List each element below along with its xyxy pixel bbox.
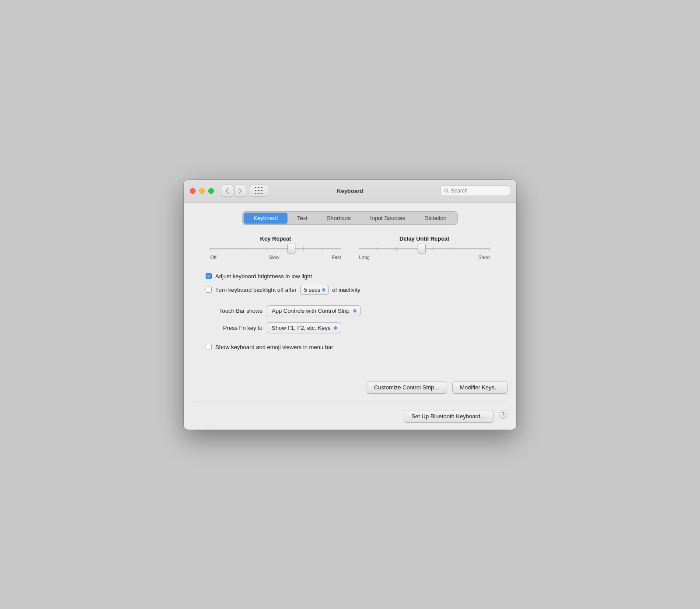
tab-bar: Keyboard Text Shortcuts Input Sources Di… xyxy=(197,211,503,225)
backlight-time-value: 5 secs xyxy=(304,287,321,293)
search-icon xyxy=(444,188,449,193)
fn-key-row: Press Fn key to Show F1, F2, etc. Keys xyxy=(206,322,494,333)
checkmark-icon: ✓ xyxy=(207,274,210,278)
minimize-button[interactable] xyxy=(199,188,205,194)
backlight-checkbox[interactable] xyxy=(206,287,212,293)
svg-line-1 xyxy=(448,192,448,192)
fn-key-select[interactable]: Show F1, F2, etc. Keys xyxy=(267,322,341,333)
tab-input-sources[interactable]: Input Sources xyxy=(360,213,415,224)
key-repeat-slider-container xyxy=(210,248,341,249)
fn-arrow-up-icon xyxy=(334,326,337,328)
sliders-section: Key Repeat Off Slow Fast xyxy=(197,235,503,260)
key-repeat-thumb[interactable] xyxy=(287,244,295,253)
emoji-label: Show keyboard and emoji viewers in menu … xyxy=(215,344,333,350)
arrow-down-icon xyxy=(322,290,326,292)
brightness-label: Adjust keyboard brightness in low light xyxy=(215,273,312,280)
footer-row-1: Customize Control Strip… Modifier Keys… xyxy=(192,381,508,394)
bluetooth-keyboard-button[interactable]: Set Up Bluetooth Keyboard… xyxy=(404,410,494,423)
nav-buttons xyxy=(221,185,246,197)
tab-text[interactable]: Text xyxy=(287,213,317,224)
delay-repeat-group: Delay Until Repeat Long Short xyxy=(359,235,490,260)
delay-repeat-label: Delay Until Repeat xyxy=(399,235,449,242)
tab-group: Keyboard Text Shortcuts Input Sources Di… xyxy=(242,211,457,225)
key-repeat-labels: Off Slow Fast xyxy=(210,255,341,260)
grid-icon xyxy=(255,187,263,195)
key-repeat-label: Key Repeat xyxy=(260,235,291,242)
tab-shortcuts[interactable]: Shortcuts xyxy=(317,213,360,224)
backlight-row: Turn keyboard backlight off after 5 secs… xyxy=(206,285,494,295)
maximize-button[interactable] xyxy=(208,188,214,194)
search-input[interactable] xyxy=(451,188,506,194)
backlight-label-pre: Turn keyboard backlight off after xyxy=(215,287,297,293)
window-title: Keyboard xyxy=(337,188,363,194)
footer: Customize Control Strip… Modifier Keys… … xyxy=(184,374,516,430)
fn-key-label: Press Fn key to xyxy=(206,325,262,331)
help-button[interactable]: ? xyxy=(499,410,508,419)
touchbar-arrow-down-icon xyxy=(353,311,357,313)
tab-keyboard[interactable]: Keyboard xyxy=(244,213,287,224)
emoji-section: Show keyboard and emoji viewers in menu … xyxy=(197,344,503,350)
touchbar-select-arrows-icon xyxy=(353,309,357,313)
key-repeat-track xyxy=(210,248,341,249)
touchbar-label: Touch Bar shows xyxy=(206,308,262,314)
footer-divider xyxy=(192,402,508,402)
key-repeat-group: Key Repeat Off Slow Fast xyxy=(210,235,341,260)
touchbar-arrow-up-icon xyxy=(353,309,357,311)
customize-control-strip-button[interactable]: Customize Control Strip… xyxy=(367,381,447,394)
delay-repeat-thumb[interactable] xyxy=(418,244,426,253)
forward-button[interactable] xyxy=(234,185,246,197)
titlebar: Keyboard xyxy=(184,180,516,203)
key-repeat-slow-label: Slow xyxy=(269,255,280,260)
arrow-up-icon xyxy=(322,288,326,290)
touchbar-row: Touch Bar shows App Controls with Contro… xyxy=(206,305,494,316)
delay-long-label: Long xyxy=(359,255,369,260)
options-section: ✓ Adjust keyboard brightness in low ligh… xyxy=(197,273,503,295)
delay-repeat-slider-container xyxy=(359,248,490,249)
close-button[interactable] xyxy=(190,188,196,194)
backlight-time-select[interactable]: 5 secs xyxy=(300,285,329,295)
traffic-lights xyxy=(190,188,214,194)
touchbar-select[interactable]: App Controls with Control Strip xyxy=(267,305,360,316)
key-repeat-fast-label: Fast xyxy=(332,255,341,260)
emoji-row: Show keyboard and emoji viewers in menu … xyxy=(206,344,494,350)
key-repeat-off-label: Off xyxy=(210,255,216,260)
delay-repeat-track xyxy=(359,248,490,249)
backlight-label-post: of inactivity xyxy=(332,287,360,293)
search-box[interactable] xyxy=(440,186,510,196)
delay-repeat-labels: Long Short xyxy=(359,255,490,260)
fn-key-value: Show F1, F2, etc. Keys xyxy=(272,325,330,331)
modifier-keys-button[interactable]: Modifier Keys… xyxy=(452,381,508,394)
back-button[interactable] xyxy=(221,185,233,197)
brightness-row: ✓ Adjust keyboard brightness in low ligh… xyxy=(206,273,494,280)
select-arrows-icon xyxy=(322,288,326,292)
emoji-checkbox[interactable] xyxy=(206,344,212,350)
fn-arrow-down-icon xyxy=(334,328,337,330)
keyboard-preferences-window: Keyboard Keyboard Text Shortcuts Input S… xyxy=(184,180,516,430)
tab-dictation[interactable]: Dictation xyxy=(415,213,456,224)
fn-select-arrows-icon xyxy=(334,326,337,330)
touchbar-value: App Controls with Control Strip xyxy=(272,308,350,314)
svg-point-0 xyxy=(444,189,448,192)
key-repeat-ticks xyxy=(210,247,341,251)
content-area: Keyboard Text Shortcuts Input Sources Di… xyxy=(184,203,516,374)
footer-row-2: Set Up Bluetooth Keyboard… ? xyxy=(192,410,508,423)
touchbar-section: Touch Bar shows App Controls with Contro… xyxy=(197,305,503,333)
delay-short-label: Short xyxy=(478,255,490,260)
grid-view-button[interactable] xyxy=(250,185,268,197)
brightness-checkbox[interactable]: ✓ xyxy=(206,273,212,279)
